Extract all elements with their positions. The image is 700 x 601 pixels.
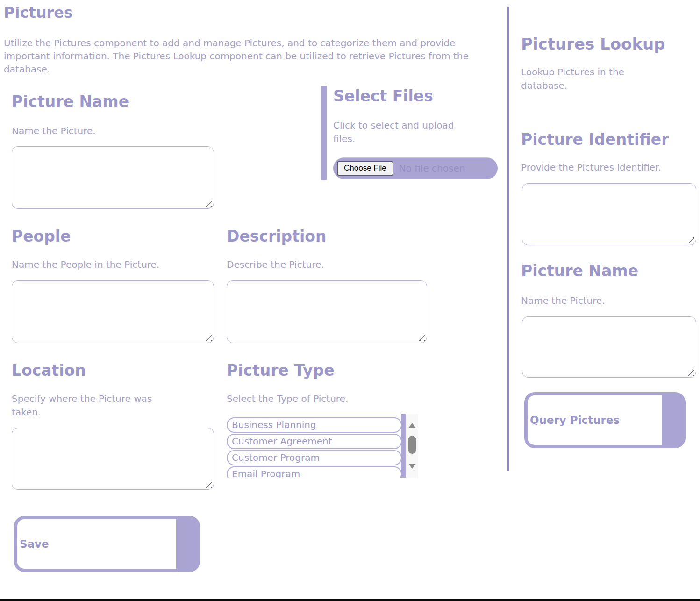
scrollbar-up-icon[interactable] [408, 423, 416, 428]
section-select-files-heading: Select Files [333, 87, 433, 105]
picture-type-listbox[interactable]: Business Planning Customer Agreement Cus… [227, 414, 418, 478]
description-field-wrap [227, 280, 427, 343]
picture-identifier-field-wrap [522, 183, 696, 245]
section-location-heading: Location [12, 361, 86, 379]
pictures-page: Pictures Utilize the Pictures component … [0, 0, 700, 601]
location-input[interactable] [12, 428, 214, 490]
query-pictures-button[interactable]: Query Pictures [524, 392, 686, 448]
description-hint: Describe the Picture. [227, 258, 423, 272]
no-file-chosen-text: No file chosen [399, 163, 465, 174]
choose-file-button[interactable]: Choose File [337, 161, 393, 176]
lookup-picture-name-field-wrap [522, 316, 696, 378]
save-button-cap [176, 519, 197, 569]
location-hint: Specify where the Picture was taken. [12, 392, 176, 419]
section-picture-identifier-heading: Picture Identifier [521, 130, 669, 149]
lookup-title: Pictures Lookup [521, 35, 665, 53]
query-pictures-button-cap [662, 395, 682, 445]
listbox-right-strip [401, 414, 406, 478]
save-button[interactable]: Save [14, 516, 200, 572]
lookup-picture-name-hint: Name the Picture. [521, 294, 699, 308]
listbox-scrollbar[interactable] [406, 414, 418, 478]
vertical-divider [507, 7, 509, 471]
section-picture-name-heading: Picture Name [12, 93, 129, 111]
people-field-wrap [12, 280, 214, 343]
section-description-heading: Description [227, 227, 326, 245]
bottom-border [0, 599, 700, 601]
location-field-wrap [12, 428, 214, 490]
people-input[interactable] [12, 280, 214, 343]
query-pictures-button-label: Query Pictures [530, 414, 620, 426]
people-hint: Name the People in the Picture. [12, 258, 217, 272]
page-intro: Utilize the Pictures component to add an… [4, 36, 486, 76]
scrollbar-thumb[interactable] [408, 436, 416, 454]
picture-type-option[interactable]: Email Program [227, 466, 402, 478]
select-files-hint: Click to select and upload files. [333, 119, 474, 146]
picture-identifier-hint: Provide the Pictures Identifier. [521, 161, 699, 174]
save-button-label: Save [20, 538, 49, 550]
section-people-heading: People [12, 227, 71, 245]
lookup-intro: Lookup Pictures in the database. [521, 65, 643, 93]
section-lookup-picture-name-heading: Picture Name [521, 262, 638, 280]
section-picture-type-heading: Picture Type [227, 361, 335, 379]
picture-type-options: Business Planning Customer Agreement Cus… [227, 417, 402, 478]
file-upload-input[interactable]: Choose File No file chosen [333, 157, 498, 179]
scrollbar-down-icon[interactable] [408, 464, 416, 469]
picture-type-option[interactable]: Customer Program [227, 450, 402, 465]
picture-type-option[interactable]: Business Planning [227, 417, 402, 433]
description-input[interactable] [227, 280, 427, 343]
page-title: Pictures [4, 4, 73, 21]
picture-identifier-input[interactable] [522, 183, 696, 245]
picture-type-option[interactable]: Customer Agreement [227, 434, 402, 449]
picture-type-hint: Select the Type of Picture. [227, 392, 423, 406]
picture-name-field-wrap [12, 146, 214, 209]
picture-name-input[interactable] [12, 146, 214, 209]
picture-name-hint: Name the Picture. [12, 124, 208, 138]
select-files-accent-bar [321, 86, 327, 180]
lookup-picture-name-input[interactable] [522, 316, 696, 378]
